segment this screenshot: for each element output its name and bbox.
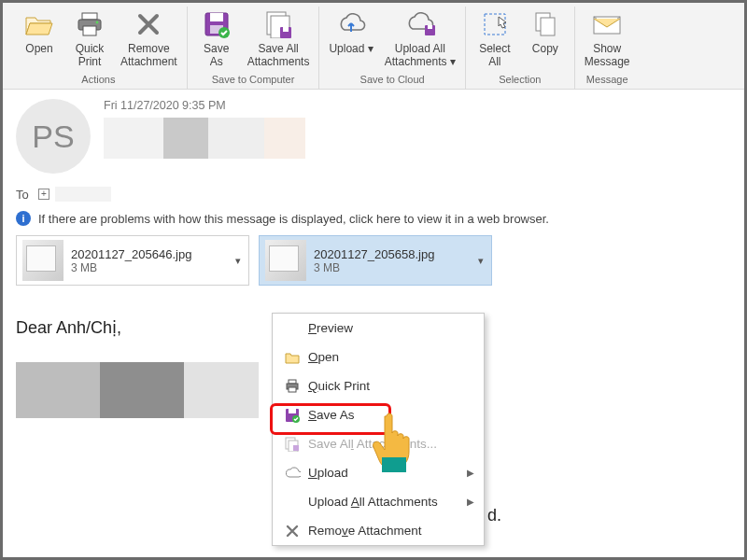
save-all-button[interactable]: Save All Attachments <box>242 7 316 72</box>
printer-icon <box>74 8 106 40</box>
attachment-filename: 20201127_205658.jpg <box>314 247 434 261</box>
printer-icon <box>282 379 303 393</box>
info-bar[interactable]: i If there are problems with how this me… <box>16 211 731 226</box>
save-all-label: Save All Attachments <box>247 42 310 68</box>
to-row: To + <box>16 187 731 202</box>
ctx-upload[interactable]: Upload ▶ <box>273 458 484 487</box>
svg-rect-26 <box>293 445 299 451</box>
upload-button[interactable]: Upload ▾ <box>323 7 378 72</box>
info-icon: i <box>16 211 31 226</box>
folder-icon <box>282 351 303 364</box>
attachment-thumbnail <box>265 240 306 281</box>
body-trailing-text: d. <box>487 506 501 525</box>
select-all-button[interactable]: Select All <box>470 7 520 72</box>
ctx-upload-all[interactable]: Upload All Attachments ▶ <box>273 487 484 516</box>
message-timestamp: Fri 11/27/2020 9:35 PM <box>104 99 731 112</box>
svg-rect-13 <box>428 25 432 29</box>
save-as-label: Save As <box>204 42 229 68</box>
attachment-context-menu: Preview Open Quick Print Save As Save Al… <box>272 313 485 546</box>
ribbon: Open Quick Print Remove Attachment Actio… <box>3 3 744 90</box>
svg-rect-22 <box>289 409 296 413</box>
attachment-filesize: 3 MB <box>314 261 434 274</box>
select-all-icon <box>479 8 511 40</box>
ctx-remove-attachment[interactable]: Remove Attachment <box>273 516 484 545</box>
ctx-save-as[interactable]: Save As <box>273 400 484 429</box>
show-message-button[interactable]: Show Message <box>579 7 636 72</box>
save-all-icon <box>262 8 294 40</box>
ribbon-group-actions: Open Quick Print Remove Attachment Actio… <box>10 7 187 89</box>
redacted-body <box>16 362 259 418</box>
redacted-sender <box>104 118 346 159</box>
ctx-preview[interactable]: Preview <box>273 314 484 343</box>
dropdown-caret-icon: ▾ <box>450 55 456 68</box>
attachment-item[interactable]: 20201127_205646.jpg 3 MB ▾ <box>16 235 249 286</box>
dropdown-caret-icon: ▾ <box>368 42 374 55</box>
info-bar-text: If there are problems with how this mess… <box>38 212 549 226</box>
copy-label: Copy <box>532 42 558 55</box>
cloud-upload-icon <box>282 467 303 479</box>
upload-all-label: Upload All Attachments ▾ <box>385 42 456 68</box>
attachment-thumbnail <box>22 240 63 281</box>
submenu-arrow-icon: ▶ <box>467 468 474 478</box>
chevron-down-icon[interactable]: ▾ <box>478 255 484 267</box>
folder-open-icon <box>23 8 55 40</box>
open-button[interactable]: Open <box>14 7 64 72</box>
attachment-item[interactable]: 20201127_205658.jpg 3 MB ▾ <box>259 235 492 286</box>
ribbon-group-label-save-computer: Save to Computer <box>191 72 316 89</box>
svg-rect-20 <box>289 387 296 392</box>
ribbon-group-label-selection: Selection <box>470 72 571 89</box>
save-icon <box>282 408 303 423</box>
save-all-icon <box>282 437 303 452</box>
ctx-quick-print[interactable]: Quick Print <box>273 371 484 400</box>
svg-rect-16 <box>541 18 555 35</box>
show-message-label: Show Message <box>585 42 630 68</box>
attachment-list: 20201127_205646.jpg 3 MB ▾ 20201127_2056… <box>16 235 731 286</box>
save-icon <box>201 8 233 40</box>
ribbon-group-save-computer: Save As Save All Attachments Save to Com… <box>187 7 319 89</box>
ribbon-group-label-actions: Actions <box>14 72 183 89</box>
sender-avatar: PS <box>16 99 91 174</box>
save-as-button[interactable]: Save As <box>191 7 242 72</box>
redacted-recipient <box>55 187 111 202</box>
upload-all-button[interactable]: Upload All Attachments ▾ <box>379 7 461 72</box>
svg-rect-11 <box>283 27 289 32</box>
ctx-open[interactable]: Open <box>273 343 484 371</box>
ctx-save-all: Save All Attachments... <box>273 429 484 458</box>
ribbon-group-save-cloud: Upload ▾ Upload All Attachments ▾ Save t… <box>318 7 464 89</box>
remove-attachment-button[interactable]: Remove Attachment <box>115 7 183 72</box>
quick-print-label: Quick Print <box>76 42 105 68</box>
ribbon-group-label-cloud: Save to Cloud <box>323 72 460 89</box>
svg-rect-0 <box>82 13 97 20</box>
remove-attachment-label: Remove Attachment <box>120 42 177 68</box>
svg-rect-5 <box>210 13 223 21</box>
ribbon-group-message: Show Message Message <box>574 7 640 89</box>
svg-point-3 <box>96 21 99 24</box>
envelope-icon <box>591 8 623 40</box>
submenu-arrow-icon: ▶ <box>467 497 474 507</box>
copy-button[interactable]: Copy <box>520 7 571 72</box>
upload-label: Upload ▾ <box>329 42 373 55</box>
ribbon-group-label-message: Message <box>579 72 636 89</box>
svg-rect-2 <box>83 26 96 35</box>
attachment-filename: 20201127_205646.jpg <box>71 247 191 261</box>
svg-rect-18 <box>289 380 296 384</box>
copy-icon <box>529 8 561 40</box>
select-all-label: Select All <box>479 42 510 68</box>
chevron-down-icon[interactable]: ▾ <box>235 255 241 267</box>
x-icon <box>282 525 303 538</box>
cloud-upload-icon <box>335 8 367 40</box>
cloud-upload-all-icon <box>404 8 436 40</box>
expand-recipients-icon[interactable]: + <box>38 189 49 200</box>
ribbon-group-selection: Select All Copy Selection <box>465 7 574 89</box>
attachment-filesize: 3 MB <box>71 261 191 274</box>
quick-print-button[interactable]: Quick Print <box>64 7 115 72</box>
to-label: To <box>16 188 38 202</box>
open-label: Open <box>25 42 52 55</box>
x-icon <box>133 8 164 40</box>
